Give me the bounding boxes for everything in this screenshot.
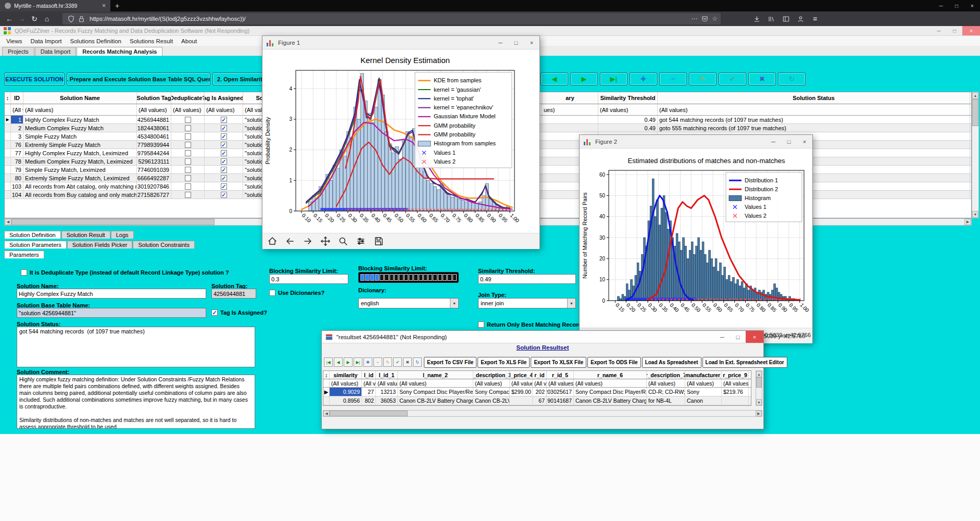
export-to-ods-file-button[interactable]: Export To ODS File — [587, 357, 640, 368]
col-header-id[interactable]: ID — [11, 92, 23, 104]
base-table-input[interactable] — [17, 308, 206, 318]
app-close-icon[interactable]: × — [962, 26, 980, 35]
accept-result-button[interactable]: ✔ — [393, 357, 402, 367]
prepare-base-table-button[interactable]: 1. Prepare and Execute Solution Base Tab… — [67, 72, 210, 85]
prev-result-button[interactable]: ◀ — [334, 357, 343, 367]
export-to-xls-file-button[interactable]: Export To XLS File — [478, 357, 530, 368]
panel-tab-solution-result[interactable]: Solution Result — [61, 231, 110, 239]
cancel-record-button[interactable]: ✖ — [748, 72, 776, 85]
scroll-thumb[interactable] — [330, 411, 408, 416]
col-header-l_id_1[interactable]: l_id_1 — [376, 371, 398, 379]
resultset-title-bar[interactable]: "resultset 4256944881" (Not Responding) … — [322, 331, 763, 343]
best-matching-checkbox-box[interactable] — [478, 321, 484, 328]
scroll-thumb[interactable] — [756, 377, 762, 388]
panel-tab-solution-definition[interactable]: Solution Definition — [4, 231, 61, 239]
col-header-r_price_9[interactable]: r_price_9 — [722, 371, 749, 379]
browser-minimize-icon[interactable]: ─ — [933, 0, 949, 11]
col-header-dict[interactable]: ary — [542, 92, 598, 104]
new-tab-button[interactable]: + — [110, 0, 124, 11]
blocking-limit-input[interactable] — [269, 274, 348, 284]
filter-name[interactable]: (All values) — [23, 104, 137, 115]
resultset-window[interactable]: "resultset 4256944881" (Not Responding) … — [321, 330, 764, 429]
menu-solutions-result[interactable]: Solutions Result — [125, 38, 177, 44]
lock-icon[interactable] — [76, 14, 86, 24]
load-in-ext-spreadsheet-editor-button[interactable]: Load In Ext. Spreadsheet Editor — [702, 357, 787, 368]
export-to-xlsx-file-button[interactable]: Export To XLSX File — [531, 357, 586, 368]
tag-assigned-checkbox[interactable]: ✓ Tag Is Assigned? — [211, 309, 267, 316]
filter-id[interactable]: (All values) — [11, 104, 23, 115]
last-record-button[interactable]: ▶| — [600, 72, 627, 85]
library-icon[interactable] — [765, 13, 777, 24]
tracking-shield-icon[interactable] — [66, 14, 76, 24]
dedup-checkbox[interactable] — [185, 183, 191, 190]
solution-tag-input[interactable] — [211, 289, 256, 299]
col-header-assigned[interactable]: Tag Is Assigned? — [205, 92, 243, 104]
filter-r_price_9[interactable]: (All values) — [722, 379, 749, 387]
dedup-checkbox[interactable] — [185, 117, 191, 123]
col-header-threshold[interactable]: Similarity Threshold — [598, 92, 658, 104]
add-record-button[interactable]: ✚ — [630, 72, 657, 85]
dedup-checkbox[interactable] — [185, 175, 191, 181]
resultset-maximize-icon[interactable]: □ — [730, 331, 746, 343]
menu-views[interactable]: Views — [2, 38, 26, 44]
col-header-status[interactable]: Solution Status — [658, 92, 970, 104]
prev-record-button[interactable]: ◀ — [541, 72, 568, 85]
tab-close-icon[interactable]: × — [102, 2, 106, 9]
col-header-marker[interactable]: ↕ — [323, 371, 330, 379]
zoom-icon[interactable] — [337, 235, 349, 247]
resultset-minimize-icon[interactable]: ─ — [714, 331, 730, 343]
result-row[interactable]: ▶0.90292713213Sony Compact Disc Player/R… — [323, 388, 751, 396]
bookmark-star-icon[interactable]: ☆ — [712, 15, 718, 22]
solution-comment-box[interactable]: Highly complex fuzzy matching definition… — [17, 375, 255, 429]
scroll-left-icon[interactable]: ◀ — [323, 411, 330, 416]
cancel-result-button[interactable]: ✖ — [403, 357, 412, 367]
refresh-result-button[interactable]: ↻ — [413, 357, 422, 367]
scroll-up-icon[interactable]: ▲ — [756, 371, 762, 377]
filter-l_description_3[interactable]: (All values) — [473, 379, 510, 387]
accept-record-button[interactable]: ✔ — [719, 72, 746, 85]
add-result-button[interactable]: ✚ — [363, 357, 372, 367]
home-icon[interactable] — [267, 235, 278, 247]
filter-marker[interactable] — [323, 379, 330, 387]
panel-tab-solution-parameters[interactable]: Solution Parameters — [4, 241, 67, 249]
downloads-icon[interactable] — [750, 13, 763, 24]
col-header-name[interactable]: Solution Name — [23, 92, 137, 104]
figure2-window[interactable]: Figure 2 ─ □ × 0.150.200.250.300.350.400… — [579, 134, 813, 343]
scroll-thumb[interactable] — [11, 219, 215, 225]
filter-l_price_4[interactable]: (All values) — [510, 379, 533, 387]
join-type-select[interactable]: inner join ▼ — [478, 298, 576, 308]
remove-record-button[interactable]: − — [659, 72, 687, 85]
resultset-vscrollbar[interactable]: ▲ ▼ — [756, 370, 762, 406]
filter-similarity[interactable]: (All values) — [330, 379, 362, 387]
next-result-button[interactable]: ▶ — [344, 357, 353, 367]
tag-assigned-checkbox-box[interactable]: ✓ — [211, 309, 218, 316]
menu-data-import[interactable]: Data Import — [26, 38, 66, 44]
pan-icon[interactable] — [320, 235, 331, 247]
scroll-down-icon[interactable]: ▼ — [972, 211, 978, 218]
account-icon[interactable] — [794, 13, 807, 24]
forward-icon[interactable] — [302, 235, 313, 247]
filter-l_id[interactable]: (All values) — [362, 379, 376, 387]
back-icon[interactable] — [284, 235, 296, 247]
assigned-checkbox[interactable]: ✓ — [221, 183, 227, 190]
figure2-close-icon[interactable]: × — [797, 135, 812, 148]
dedup-checkbox[interactable] — [185, 150, 191, 156]
result-row[interactable]: 0.895680236053Canon CB-2LV Battery Charg… — [323, 396, 751, 405]
app-minimize-icon[interactable]: ─ — [931, 26, 947, 35]
filter-l_name_2[interactable]: (All values) — [398, 379, 473, 387]
assigned-checkbox[interactable]: ✓ — [221, 133, 227, 140]
figure1-maximize-icon[interactable]: □ — [508, 36, 524, 49]
panel-tab-solution-fields-picker[interactable]: Solution Fields Picker — [67, 241, 133, 249]
figure1-title-bar[interactable]: Figure 1 ─ □ × — [262, 36, 539, 49]
figure2-minimize-icon[interactable]: ─ — [765, 135, 781, 148]
dedup-checkbox[interactable] — [185, 133, 191, 140]
menu-icon[interactable]: ≡ — [809, 13, 821, 24]
figure2-maximize-icon[interactable]: □ — [781, 135, 797, 148]
dedup-checkbox[interactable] — [185, 158, 191, 165]
save-icon[interactable] — [373, 235, 384, 247]
scroll-right-icon[interactable]: ▶ — [964, 219, 971, 225]
tab-projects[interactable]: Projects — [2, 47, 34, 56]
resultset-hscrollbar[interactable]: ◀ ▶ — [323, 410, 762, 417]
col-header-l_name_2[interactable]: l_name_2 — [398, 371, 473, 379]
filter-dict[interactable]: ues) — [542, 104, 598, 115]
